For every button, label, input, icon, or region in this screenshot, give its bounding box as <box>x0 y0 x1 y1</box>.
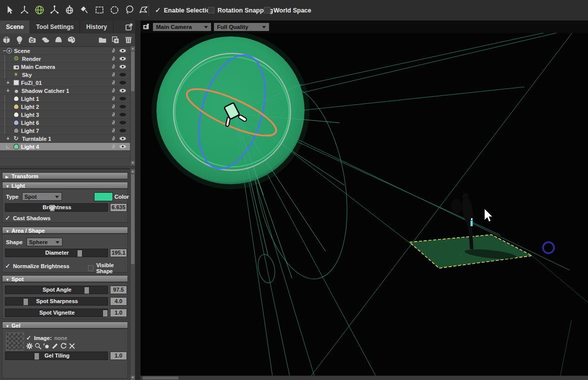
tree-row-render[interactable]: ⚙ Render <box>0 55 130 63</box>
tree-row-sky[interactable]: ☀ Sky <box>0 71 130 79</box>
add-material-button[interactable] <box>65 34 78 45</box>
add-object-button[interactable] <box>0 34 13 45</box>
rotation-snapping-toggle[interactable]: ✓ Rotation Snapping <box>208 0 273 20</box>
tree-row-main-camera[interactable]: Main Camera <box>0 63 130 71</box>
tab-history[interactable]: History <box>80 20 113 33</box>
scroll-up-arrow[interactable]: ▲ <box>130 46 135 51</box>
delete-button[interactable] <box>122 34 135 45</box>
rotate-tool-button[interactable] <box>32 2 46 18</box>
cast-shadows-checkbox[interactable]: ✓ Cast Shadows <box>5 214 50 222</box>
eye-icon[interactable] <box>120 113 126 116</box>
add-environment-button[interactable] <box>52 34 65 45</box>
tree-row-light-6[interactable]: Light 6 <box>0 119 130 127</box>
gel-tiling-slider[interactable]: Gel Tiling 1.0 <box>5 352 127 360</box>
lasso-tool-button[interactable] <box>122 2 136 18</box>
add-camera-button[interactable] <box>26 34 39 45</box>
eye-icon[interactable] <box>120 97 126 100</box>
scrollbar-thumb[interactable] <box>131 51 134 91</box>
light-section-header[interactable]: ▼Light <box>2 182 128 189</box>
spot-angle-slider[interactable]: Spot Angle 97.5 <box>5 286 127 294</box>
spot-section-header[interactable]: ▼Spot <box>2 275 128 282</box>
gel-image-checkbox[interactable]: ✓ Image: none <box>26 334 68 342</box>
tree-row-turntable-1[interactable]: + ↻ Turntable 1 <box>0 135 130 143</box>
spot-sharpness-slider[interactable]: Spot Sharpness 4.0 <box>5 297 127 306</box>
brightness-slider[interactable]: Brightness 6.635 <box>5 203 127 212</box>
transform-section-header[interactable]: ▶Transform <box>2 172 128 179</box>
tree-row-light-4[interactable]: ∟ Light 4 <box>0 143 130 151</box>
world-space-toggle[interactable]: ✓ World Space <box>264 0 311 20</box>
gel-pick-button[interactable] <box>42 342 50 350</box>
lock-icon[interactable] <box>110 111 117 118</box>
eye-icon[interactable] <box>120 73 126 76</box>
lock-icon[interactable] <box>110 135 117 142</box>
expander-toggle[interactable]: + <box>5 79 11 86</box>
marquee-rect-tool-button[interactable] <box>92 2 106 18</box>
tab-tool-settings[interactable]: Tool Settings <box>30 20 80 33</box>
tree-row-light-1[interactable]: Light 1 <box>0 95 130 103</box>
eye-icon[interactable] <box>120 81 126 84</box>
eye-icon[interactable] <box>120 129 126 132</box>
gel-section-header[interactable]: ▼Gel <box>2 322 128 329</box>
normalize-brightness-checkbox[interactable]: ✓ Normalize Brightness <box>5 262 70 270</box>
eye-icon[interactable] <box>120 145 126 148</box>
gel-edit-button[interactable] <box>50 342 59 350</box>
light-type-dropdown[interactable]: Spot <box>22 192 62 201</box>
tree-row-shadow-catcher[interactable]: + ☻ Shadow Catcher 1 <box>0 87 130 95</box>
quality-select-dropdown[interactable]: Full Quality <box>214 22 270 31</box>
area-shape-section-header[interactable]: ▼Area / Shape <box>2 227 128 234</box>
lock-icon[interactable] <box>110 71 117 78</box>
lock-icon[interactable] <box>110 87 117 94</box>
lock-icon[interactable] <box>110 119 117 126</box>
spot-vignette-value[interactable]: 1.0 <box>110 309 127 317</box>
scale-tool-button[interactable] <box>47 2 62 18</box>
lock-icon[interactable] <box>110 127 117 134</box>
gimbal-tool-button[interactable] <box>62 2 76 18</box>
move-tool-button[interactable] <box>17 2 32 18</box>
expander-toggle[interactable]: + <box>5 87 11 94</box>
spot-sharpness-value[interactable]: 4.0 <box>110 297 127 306</box>
tree-scrollbar[interactable]: ▲ ▼ <box>130 46 135 165</box>
lock-icon[interactable] <box>110 103 117 110</box>
gel-browse-button[interactable] <box>34 342 42 350</box>
select-tool-button[interactable] <box>2 2 16 18</box>
shape-dropdown[interactable]: Sphere <box>26 238 62 246</box>
paint-select-tool-button[interactable] <box>77 2 92 18</box>
gel-clear-button[interactable] <box>68 342 76 350</box>
gel-reload-button[interactable] <box>59 342 68 350</box>
lock-icon[interactable] <box>110 143 117 150</box>
tree-row-fuzi-01[interactable]: + FuZi_01 <box>0 79 130 87</box>
scroll-up-arrow[interactable]: ▲ <box>130 169 135 174</box>
scrollbar-thumb[interactable] <box>131 174 134 264</box>
tree-row-scene[interactable]: − Scene <box>0 47 130 55</box>
duplicate-button[interactable] <box>109 34 122 45</box>
scroll-down-arrow[interactable]: ▼ <box>130 376 135 380</box>
camera-select-dropdown[interactable]: Main Camera <box>152 22 212 31</box>
expander-toggle[interactable]: + <box>5 135 11 142</box>
eye-icon[interactable] <box>120 65 126 68</box>
tab-scene[interactable]: Scene <box>0 20 30 33</box>
lock-icon[interactable] <box>110 95 117 102</box>
eye-icon[interactable] <box>120 121 126 124</box>
lock-icon[interactable] <box>110 55 117 62</box>
visible-shape-checkbox[interactable]: ✓ Visible Shape <box>88 262 130 274</box>
add-sky-button[interactable] <box>39 34 52 45</box>
lock-icon[interactable] <box>110 63 117 70</box>
diameter-value[interactable]: 195.1 <box>110 249 127 257</box>
lock-icon[interactable] <box>110 47 117 54</box>
enable-selection-toggle[interactable]: ✓ Enable Selection <box>155 0 214 20</box>
eye-icon[interactable] <box>120 49 126 52</box>
lock-icon[interactable] <box>110 79 117 86</box>
tree-row-light-7[interactable]: Light 7 <box>0 127 130 135</box>
scrollbar-thumb[interactable] <box>142 377 178 380</box>
marquee-ellipse-tool-button[interactable] <box>107 2 122 18</box>
panel-divider[interactable] <box>135 20 140 380</box>
spot-angle-value[interactable]: 97.5 <box>110 286 127 294</box>
light-color-swatch[interactable] <box>94 192 113 201</box>
eye-icon[interactable] <box>120 105 126 108</box>
gel-image-thumbnail[interactable] <box>6 333 24 351</box>
properties-scrollbar[interactable]: ▲ ▼ <box>130 169 135 380</box>
spot-vignette-slider[interactable]: Spot Vignette 1.0 <box>5 309 127 317</box>
add-light-button[interactable] <box>13 34 26 45</box>
viewport-horizontal-scrollbar[interactable] <box>140 376 588 380</box>
folder-button[interactable] <box>96 34 109 45</box>
